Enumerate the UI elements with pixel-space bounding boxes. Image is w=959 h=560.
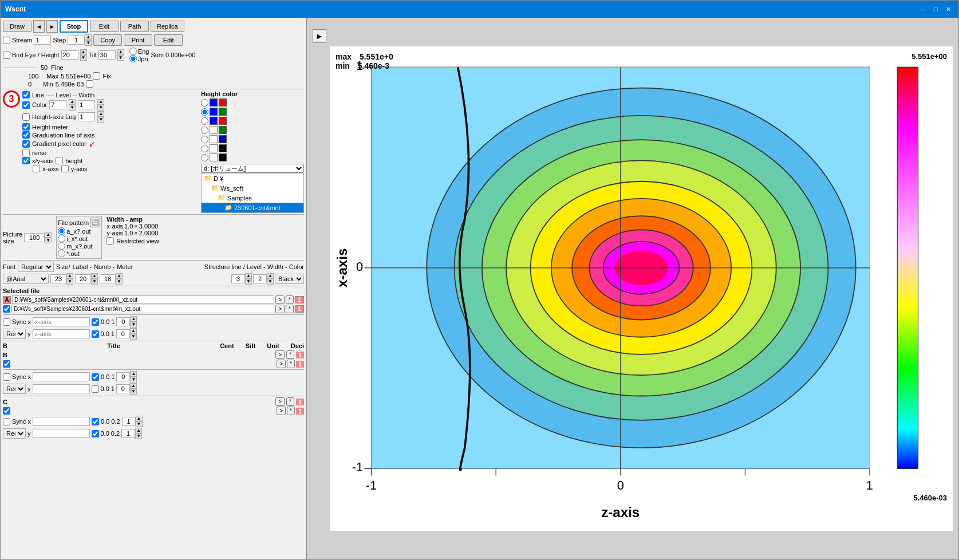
b-y-input[interactable] — [33, 384, 90, 393]
xy-height-checkbox[interactable] — [22, 157, 30, 164]
color-input2[interactable] — [78, 100, 95, 109]
stream-checkbox[interactable] — [3, 37, 10, 44]
meter-up[interactable]: ▲ — [116, 273, 123, 279]
b-content-greater[interactable]: > — [277, 360, 286, 368]
hc-radio-5[interactable] — [201, 136, 208, 143]
c-x-check2[interactable] — [92, 418, 99, 425]
c-greater-btn[interactable]: > — [275, 397, 285, 406]
hlog-up[interactable]: ▲ — [97, 111, 104, 117]
meter-val-input[interactable] — [100, 274, 116, 283]
ps-up[interactable]: ▲ — [45, 232, 52, 238]
reverse-checkbox[interactable] — [22, 149, 30, 156]
numb-down[interactable]: ▼ — [91, 279, 98, 285]
file-a-greater-btn[interactable]: > — [275, 295, 285, 304]
color-input1[interactable] — [49, 100, 66, 109]
b-x-spin-input[interactable] — [116, 372, 130, 381]
x-axis-checkbox[interactable] — [33, 165, 40, 172]
hc-radio-1[interactable] — [201, 99, 208, 107]
cy-down[interactable]: ▼ — [135, 433, 142, 439]
c-x-spin-input[interactable] — [122, 417, 136, 426]
size-val-input[interactable] — [50, 274, 66, 283]
step-down-btn[interactable]: ▼ — [85, 40, 92, 46]
y-axis-checkbox[interactable] — [61, 165, 69, 172]
next-button[interactable]: ► — [46, 20, 58, 33]
b-content-star[interactable]: * — [287, 360, 295, 368]
color-select[interactable]: Black — [275, 274, 304, 284]
hc-radio-7[interactable] — [201, 154, 208, 161]
height-input[interactable] — [61, 50, 78, 60]
graduation-checkbox[interactable] — [22, 131, 30, 139]
c-rect-select[interactable]: Rect — [3, 428, 26, 439]
y-axis-input[interactable] — [33, 329, 90, 338]
step-input[interactable] — [68, 36, 85, 45]
c-checkbox[interactable] — [3, 407, 10, 415]
tree-item-230601[interactable]: 📁 230601-cnt&mnt — [202, 203, 303, 212]
file-b-star-btn[interactable]: * — [286, 305, 294, 313]
color1-down[interactable]: ▼ — [69, 105, 76, 111]
size-up[interactable]: ▲ — [66, 273, 73, 279]
c-star-btn[interactable]: * — [286, 397, 294, 406]
c-y-input[interactable] — [33, 429, 90, 438]
minimize-button[interactable]: — — [917, 3, 929, 15]
jpn-radio[interactable] — [129, 55, 137, 62]
bird-eye-checkbox[interactable] — [3, 52, 10, 59]
x-check2[interactable] — [92, 318, 99, 326]
replica-button[interactable]: Replica — [151, 21, 184, 32]
cx-up[interactable]: ▲ — [136, 416, 143, 421]
color1-up[interactable]: ▲ — [69, 99, 76, 105]
tree-item-samples[interactable]: 📁 Samples — [202, 193, 303, 203]
width-input[interactable] — [253, 274, 267, 283]
b-star-btn[interactable]: * — [286, 350, 294, 359]
cx-down[interactable]: ▼ — [136, 421, 143, 427]
y-spin-input[interactable] — [116, 329, 130, 338]
c-y-spin-input[interactable] — [121, 429, 135, 438]
volume-dropdown[interactable]: d: [ボリューム] — [201, 164, 304, 173]
cy-up[interactable]: ▲ — [135, 428, 142, 433]
by-down[interactable]: ▼ — [130, 389, 137, 395]
numb-val-input[interactable] — [75, 274, 91, 283]
width-up[interactable]: ▲ — [267, 273, 274, 279]
line-checkbox[interactable] — [22, 91, 30, 98]
b-content-checkbox[interactable] — [3, 360, 10, 368]
height-up-btn[interactable]: ▲ — [80, 49, 87, 55]
b-greater-btn[interactable]: > — [275, 350, 285, 359]
font-name-select[interactable]: @Arial — [3, 274, 49, 284]
b-y-check2[interactable] — [92, 385, 99, 393]
numb-up[interactable]: ▲ — [91, 273, 98, 279]
bx-down[interactable]: ▼ — [130, 377, 137, 382]
x-spin-input[interactable] — [116, 317, 130, 326]
gradient-pixel-checkbox[interactable] — [22, 140, 30, 148]
print-button[interactable]: Print — [124, 34, 152, 46]
tilt-input[interactable] — [98, 50, 116, 60]
c-y-check2[interactable] — [92, 430, 99, 437]
y-check2[interactable] — [92, 330, 99, 338]
hlog-down[interactable]: ▼ — [97, 117, 104, 123]
c-x-input[interactable] — [33, 417, 90, 426]
file-b-checkbox[interactable] — [3, 305, 10, 313]
close-button[interactable]: ✕ — [942, 3, 954, 15]
color2-down[interactable]: ▼ — [97, 105, 104, 111]
b-rect-select[interactable]: Rect — [3, 384, 26, 394]
tilt-up-btn[interactable]: ▲ — [117, 49, 124, 55]
bx-up[interactable]: ▲ — [130, 371, 137, 377]
fp-radio-mxout[interactable] — [58, 242, 65, 250]
exit-button[interactable]: Exit — [90, 21, 119, 32]
picture-size-input[interactable] — [24, 233, 45, 242]
height-down-btn[interactable]: ▼ — [80, 55, 87, 61]
b-sync-checkbox[interactable] — [3, 373, 10, 381]
c-content-star[interactable]: * — [287, 407, 295, 415]
font-type-select[interactable]: Regular — [18, 262, 54, 272]
draw-button[interactable]: Draw — [3, 21, 31, 32]
height-axis-log-input[interactable] — [78, 112, 95, 121]
x-up[interactable]: ▲ — [130, 316, 137, 322]
x-sync-checkbox[interactable] — [3, 318, 10, 326]
stop-button[interactable]: Stop — [60, 20, 88, 33]
path-button[interactable]: Path — [120, 21, 149, 32]
copy-button[interactable]: Copy — [93, 34, 122, 46]
restricted-checkbox[interactable] — [106, 237, 114, 244]
step-up-btn[interactable]: ▲ — [85, 34, 92, 40]
file-b-greater-btn[interactable]: > — [275, 305, 285, 313]
hc-radio-2[interactable] — [201, 108, 208, 116]
color2-up[interactable]: ▲ — [97, 99, 104, 105]
size-down[interactable]: ▼ — [66, 279, 73, 285]
